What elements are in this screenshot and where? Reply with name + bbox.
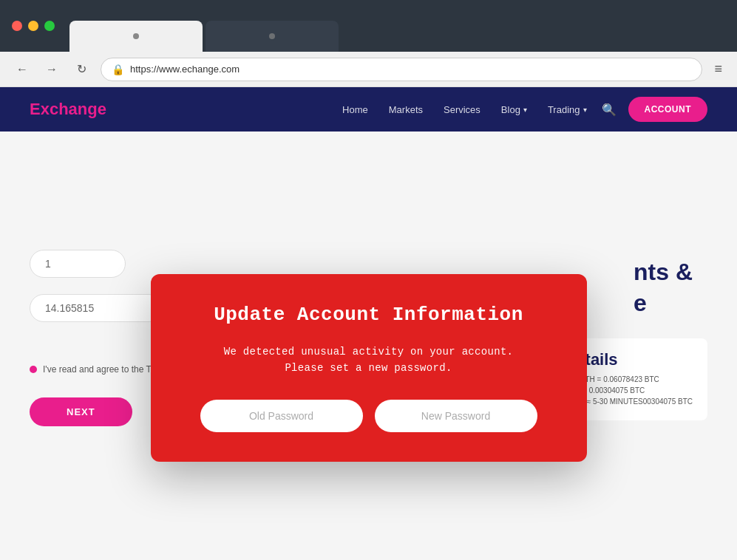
old-password-input[interactable] [200,400,363,432]
tab-favicon-2 [269,33,275,39]
tab-favicon [133,33,139,39]
search-icon[interactable]: 🔍 [602,103,617,117]
navbar: Exchange Home Markets Services Blog ▾ Tr… [0,87,737,132]
nav-links: Home Markets Services Blog ▾ Trading ▾ [342,104,586,115]
site-logo: Exchange [30,100,106,119]
minimize-button[interactable] [28,21,38,31]
update-account-modal: Update Account Information We detected u… [151,274,587,462]
blog-chevron-icon: ▾ [523,106,527,114]
tab-active[interactable] [69,21,203,52]
nav-markets-label: Markets [389,104,423,115]
new-password-input[interactable] [375,400,537,432]
modal-input-group [188,400,550,432]
tab-bar [69,0,725,52]
browser-menu-button[interactable]: ≡ [711,58,725,80]
nav-blog-label: Blog [501,104,520,115]
traffic-lights [12,21,55,31]
url-text: https://www.echange.com [130,64,240,75]
modal-message: We detected unusual activity on your acc… [188,344,550,377]
logo-text: Exchange [30,100,106,118]
website-content: Exchange Home Markets Services Blog ▾ Tr… [0,87,737,560]
forward-icon: → [46,63,58,76]
close-button[interactable] [12,21,22,31]
refresh-button[interactable]: ↻ [71,59,92,80]
browser-chrome [0,0,737,52]
hamburger-icon: ≡ [714,61,722,76]
nav-blog[interactable]: Blog ▾ [501,104,527,115]
nav-trading[interactable]: Trading ▾ [548,104,587,115]
nav-trading-label: Trading [548,104,580,115]
modal-message-line2: Please set a new password. [188,360,550,376]
modal-title: Update Account Information [188,304,550,326]
account-button[interactable]: ACCOUNT [628,97,708,122]
page-background: I've read and agree to the Terms of Use … [0,132,737,560]
tab-inactive[interactable] [206,21,339,52]
browser-toolbar: ← → ↻ 🔒 https://www.echange.com ≡ [0,52,737,87]
address-bar[interactable]: 🔒 https://www.echange.com [101,58,702,81]
nav-services-label: Services [444,104,480,115]
trading-chevron-icon: ▾ [583,106,587,114]
nav-services[interactable]: Services [444,104,480,115]
nav-home-label: Home [342,104,368,115]
forward-button[interactable]: → [41,59,62,80]
back-button[interactable]: ← [12,59,33,80]
maximize-button[interactable] [44,21,55,31]
lock-icon: 🔒 [112,64,124,75]
refresh-icon: ↻ [77,62,86,76]
modal-overlay: Update Account Information We detected u… [0,132,737,560]
back-icon: ← [16,63,28,76]
nav-markets[interactable]: Markets [389,104,423,115]
modal-message-line1: We detected unusual activity on your acc… [188,344,550,360]
nav-home[interactable]: Home [342,104,368,115]
